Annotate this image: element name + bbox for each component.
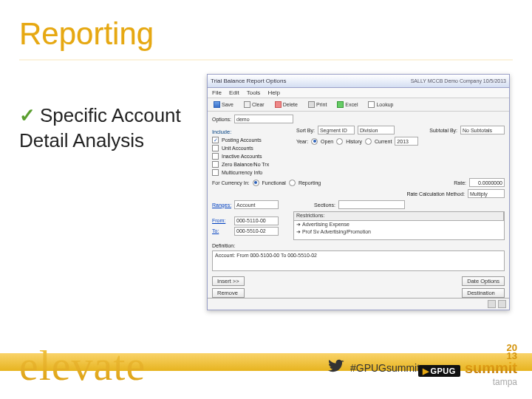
ranges-label[interactable]: Ranges: xyxy=(212,202,231,208)
footer: elevate #GPUGsummit 20 13 ▶GPUG summit t… xyxy=(0,346,532,399)
title-underline xyxy=(19,59,513,61)
excel-icon xyxy=(337,101,344,108)
unit-accounts-label: Unit Accounts xyxy=(222,146,253,151)
summit-word: summit xyxy=(465,360,517,377)
gpug-summit-logo: ▶GPUG summit xyxy=(418,360,517,377)
summit-year: 20 13 xyxy=(507,344,517,361)
year-current-radio[interactable] xyxy=(365,138,372,145)
zero-balance-checkbox[interactable] xyxy=(212,161,219,168)
lookup-icon xyxy=(368,101,375,108)
from-label[interactable]: From: xyxy=(212,218,231,223)
ratecalc-select[interactable]: Multiply xyxy=(468,189,505,198)
sortby-select2[interactable]: Division xyxy=(358,126,395,134)
year-value[interactable]: 2013 xyxy=(395,137,418,146)
print-icon xyxy=(308,101,315,108)
toolbar: Save Clear Delete Print Excel Lookup xyxy=(208,98,509,112)
remove-button[interactable]: Remove xyxy=(212,288,245,298)
menu-tools[interactable]: Tools xyxy=(247,89,261,96)
unit-accounts-checkbox[interactable] xyxy=(212,145,219,151)
menubar: File Edit Tools Help xyxy=(208,88,509,98)
functional-radio[interactable] xyxy=(253,180,259,186)
ratecalc-label: Rate Calculation Method: xyxy=(406,191,465,197)
rate-value[interactable]: 0.0000000 xyxy=(469,178,505,187)
brand-word: elevate xyxy=(19,341,146,390)
multicurrency-label: Multicurrency Info xyxy=(222,170,262,175)
status-icon xyxy=(488,300,496,308)
checkmark-icon: ✓ xyxy=(19,104,35,126)
currency-label: For Currency In: xyxy=(212,180,250,185)
posting-accounts-checkbox[interactable]: ✓ xyxy=(212,137,219,143)
clear-button[interactable]: Clear xyxy=(241,100,267,109)
delete-icon xyxy=(275,101,282,108)
subtotal-select[interactable]: No Subtotals xyxy=(460,126,505,134)
sections-label: Sections: xyxy=(314,202,335,208)
bullet-text: Specific Account Detail Analysis xyxy=(19,104,181,151)
subtotal-label: Subtotal By: xyxy=(429,128,457,133)
menu-file[interactable]: File xyxy=(212,89,222,96)
reporting-radio[interactable] xyxy=(289,180,296,186)
statusbar xyxy=(208,298,509,310)
lookup-button[interactable]: Lookup xyxy=(365,100,396,109)
multicurrency-checkbox[interactable] xyxy=(212,169,219,176)
window-titlebar: Trial Balance Report Options SALLY MCCB … xyxy=(208,75,509,88)
print-button[interactable]: Print xyxy=(305,100,330,109)
bullet-item: ✓Specific Account Detail Analysis xyxy=(19,103,197,154)
ranges-field-select[interactable]: Account xyxy=(234,200,279,209)
help-icon xyxy=(498,300,506,308)
clear-icon xyxy=(244,101,250,108)
table-row: ➜Advertising Expense xyxy=(294,221,504,228)
zero-balance-label: Zero Balance/No Trx xyxy=(222,162,269,167)
table-row: ➜Prof Sv Advertising/Promotion xyxy=(294,228,504,236)
save-icon xyxy=(214,101,220,108)
date-options-button[interactable]: Date Options xyxy=(462,276,505,286)
twitter-icon xyxy=(328,358,344,377)
window-company: SALLY MCCB Demo Company 10/5/2013 xyxy=(411,78,506,83)
restrictions-list[interactable]: ➜Advertising Expense ➜Prof Sv Advertisin… xyxy=(293,221,505,240)
year-label: Year: xyxy=(296,139,308,144)
slide-title: Reporting xyxy=(19,16,154,52)
options-field[interactable]: demo xyxy=(234,115,293,123)
insert-button[interactable]: Insert >> xyxy=(212,276,245,286)
destination-button[interactable]: Destination xyxy=(462,288,505,298)
city-label: tampa xyxy=(493,377,517,387)
from-account[interactable]: 000-5110-00 xyxy=(234,216,279,225)
restrictions-header: Restrictions: xyxy=(293,211,505,221)
hashtag: #GPUGsummit xyxy=(350,362,420,374)
to-label[interactable]: To: xyxy=(212,228,231,233)
posting-accounts-label: Posting Accounts xyxy=(222,137,262,143)
year-open-radio[interactable] xyxy=(311,138,318,145)
excel-button[interactable]: Excel xyxy=(334,100,361,109)
menu-edit[interactable]: Edit xyxy=(229,89,239,96)
inactive-accounts-checkbox[interactable] xyxy=(212,153,219,160)
sections-box[interactable] xyxy=(338,200,405,209)
gpug-pill: ▶GPUG xyxy=(418,365,460,377)
inactive-accounts-label: Inactive Accounts xyxy=(222,154,262,159)
year-history-radio[interactable] xyxy=(336,138,343,145)
hashtag-block: #GPUGsummit xyxy=(328,358,420,377)
include-header: Include: xyxy=(212,129,286,135)
options-label: Options: xyxy=(212,117,231,122)
menu-help[interactable]: Help xyxy=(267,89,279,96)
to-account[interactable]: 000-5510-02 xyxy=(234,227,279,236)
definition-label: Definition: xyxy=(212,243,235,248)
sortby-select1[interactable]: Segment ID xyxy=(318,126,355,134)
window-title: Trial Balance Report Options xyxy=(211,78,411,84)
rate-label: Rate: xyxy=(454,180,466,185)
sortby-label: Sort By: xyxy=(296,128,315,133)
save-button[interactable]: Save xyxy=(211,100,236,109)
screenshot-window: Trial Balance Report Options SALLY MCCB … xyxy=(207,74,510,310)
window-body: Options: demo Include: ✓Posting Accounts… xyxy=(208,112,509,302)
delete-button[interactable]: Delete xyxy=(272,100,301,109)
definition-box: Account: From 000-5100-00 To 000-5510-02 xyxy=(212,250,505,271)
